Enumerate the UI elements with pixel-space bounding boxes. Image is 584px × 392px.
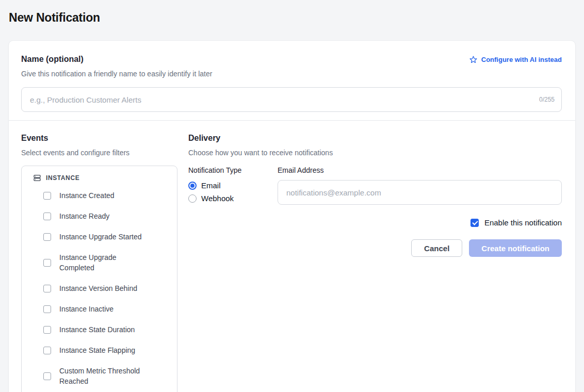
events-section: Events Select events and configure filte…	[21, 133, 177, 392]
checkbox-checked-icon[interactable]	[471, 219, 479, 227]
event-label: Instance State Duration	[59, 324, 135, 335]
checkbox-icon[interactable]	[43, 213, 51, 220]
event-label: Instance Ready	[59, 211, 109, 221]
event-row-instance-upgrade-started[interactable]: Instance Upgrade Started	[43, 232, 170, 242]
events-subtitle: Select events and configure filters	[21, 148, 177, 157]
event-row-instance-state-duration[interactable]: Instance State Duration	[43, 324, 170, 335]
enable-notification-label: Enable this notification	[484, 218, 562, 227]
sparkle-star-icon	[469, 55, 478, 64]
event-label: Instance Version Behind	[59, 283, 137, 293]
delivery-title: Delivery	[188, 133, 562, 143]
name-label: Name (optional)	[21, 54, 84, 64]
enable-notification-row[interactable]: Enable this notification	[278, 218, 562, 227]
delivery-subtitle: Choose how you want to receive notificat…	[188, 148, 562, 157]
email-group: Email Address Enable this notification C…	[278, 166, 562, 257]
event-row-custom-metric-threshold[interactable]: Custom Metric Threshold Reached	[43, 366, 170, 386]
radio-email[interactable]: Email	[188, 181, 278, 190]
radio-webhook[interactable]: Webhook	[188, 194, 278, 203]
radio-unselected-icon[interactable]	[188, 194, 197, 203]
event-row-instance-inactive[interactable]: Instance Inactive	[43, 304, 170, 314]
event-label: Instance State Flapping	[59, 345, 135, 355]
event-group-label: INSTANCE	[46, 174, 79, 182]
delivery-section: Delivery Choose how you want to receive …	[177, 133, 562, 257]
event-label: Custom Metric Threshold Reached	[59, 366, 148, 386]
events-title: Events	[21, 133, 177, 143]
create-notification-button[interactable]: Create notification	[469, 239, 562, 257]
event-label: Instance Inactive	[59, 304, 113, 314]
configure-ai-link[interactable]: Configure with AI instead	[469, 55, 562, 64]
checkbox-icon[interactable]	[43, 233, 51, 241]
checkbox-icon[interactable]	[43, 326, 51, 334]
notification-type-group: Notification Type Email Webhook	[188, 166, 278, 257]
server-icon	[33, 174, 41, 182]
checkbox-icon[interactable]	[43, 305, 51, 313]
event-label: Instance Created	[59, 190, 115, 201]
event-group-instance: INSTANCE	[33, 174, 170, 182]
checkbox-icon[interactable]	[43, 372, 51, 380]
event-row-instance-upgrade-completed[interactable]: Instance Upgrade Completed	[43, 252, 170, 273]
char-counter: 0/255	[539, 96, 555, 103]
cancel-button[interactable]: Cancel	[411, 239, 462, 257]
page-title: New Notification	[0, 0, 584, 25]
event-row-instance-ready[interactable]: Instance Ready	[43, 211, 170, 221]
radio-webhook-label: Webhook	[201, 194, 234, 203]
configure-ai-label: Configure with AI instead	[481, 56, 562, 63]
checkbox-icon[interactable]	[43, 259, 51, 267]
name-input[interactable]	[21, 87, 562, 112]
event-label: Instance Upgrade Started	[59, 232, 142, 242]
checkbox-icon[interactable]	[43, 285, 51, 292]
name-section: Name (optional) Configure with AI instea…	[9, 41, 575, 120]
event-label: Instance Upgrade Completed	[59, 252, 148, 273]
radio-email-label: Email	[201, 181, 221, 190]
new-notification-card: Name (optional) Configure with AI instea…	[8, 40, 576, 392]
checkbox-icon[interactable]	[43, 192, 51, 200]
email-address-label: Email Address	[278, 166, 562, 175]
name-description: Give this notification a friendly name t…	[21, 69, 562, 78]
event-row-instance-created[interactable]: Instance Created	[43, 190, 170, 201]
notification-type-label: Notification Type	[188, 166, 278, 175]
radio-selected-icon[interactable]	[188, 182, 197, 190]
event-row-instance-version-behind[interactable]: Instance Version Behind	[43, 283, 170, 293]
email-input[interactable]	[278, 180, 562, 205]
checkbox-icon[interactable]	[43, 347, 51, 354]
event-row-instance-state-flapping[interactable]: Instance State Flapping	[43, 345, 170, 355]
events-list: INSTANCE Instance Created Instance Ready…	[21, 166, 177, 392]
